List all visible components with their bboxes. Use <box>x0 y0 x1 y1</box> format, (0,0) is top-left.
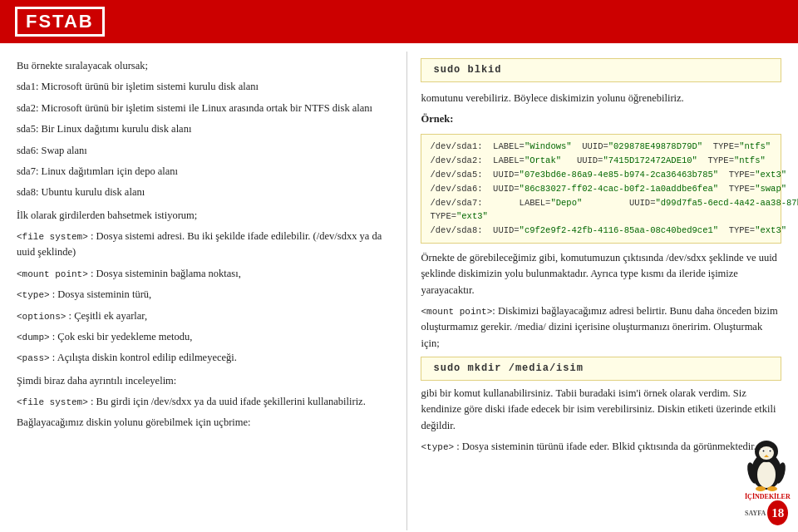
ornekte-text: Örnekte de görebileceğimiz gibi, komutum… <box>421 250 781 298</box>
code-line-1: /dev/sda1: LABEL="Windows" UUID="029878E… <box>430 140 772 154</box>
pass-desc: <pass> : Açılışta diskin kontrol edilip … <box>17 350 390 366</box>
mount-point-desc: <mount point> : Dosya sisteminin bağlama… <box>17 266 390 282</box>
svg-point-7 <box>770 451 771 452</box>
sudo-blkid-box: sudo blkid <box>421 58 781 82</box>
ilk-olarak-text: İlk olarak girdilerden bahsetmek istiyor… <box>17 208 390 224</box>
code-line-3: /dev/sda5: UUID="07e3bd6e-86a9-4e85-b974… <box>430 168 772 182</box>
sda6-text: sda6: Swap alanı <box>17 143 390 159</box>
komutunu-text: komutunu verebiliriz. Böylece diskimizin… <box>421 91 781 106</box>
code-line-5: /dev/sda7: LABEL="Depo" UUID="d99d7fa5-6… <box>430 196 772 210</box>
header: FSTAB <box>0 0 798 43</box>
main-content: Bu örnekte sıralayacak olursak; sda1: Mi… <box>0 43 798 532</box>
svg-point-3 <box>759 446 774 460</box>
sda8-text: sda8: Ubuntu kurulu disk alanı <box>17 185 390 200</box>
code-block: /dev/sda1: LABEL="Windows" UUID="029878E… <box>421 134 781 244</box>
app-title: FSTAB <box>15 7 105 37</box>
sudo-mkdir-box: sudo mkdir /media/isim <box>421 357 781 381</box>
file-system2-desc: <file system> : Bu girdi için /dev/sdxx … <box>17 394 390 410</box>
sda5-text: sda5: Bir Linux dağıtımı kurulu disk ala… <box>17 121 390 137</box>
type-desc-right: <type> : Dosya sisteminin türünü ifade e… <box>421 439 781 455</box>
options-desc: <options> : Çeşitli ek ayarlar, <box>17 308 390 324</box>
gibi-text: gibi bir komut kullanabilirsiniz. Tabii … <box>421 386 781 434</box>
code-line-6: /dev/sda8: UUID="c9f2e9f2-42fb-4116-85aa… <box>430 224 772 238</box>
sudo-blkid-text: sudo blkid <box>433 64 501 76</box>
icindekiler-label: İÇİNDEKİLER <box>745 493 788 500</box>
file-system-desc: <file system> : Dosya sistemi adresi. Bu… <box>17 229 390 261</box>
dump-desc: <dump> : Çok eski bir yedekleme metodu, <box>17 329 390 345</box>
right-column: sudo blkid komutunu verebiliriz. Böylece… <box>407 43 798 532</box>
sda1-text: sda1: Microsoft ürünü bir işletim sistem… <box>17 79 390 95</box>
code-line-5b: TYPE="ext3" <box>430 209 772 224</box>
ornek-label: Örnek: <box>421 111 781 127</box>
sudo-mkdir-text: sudo mkdir /media/isim <box>433 362 583 374</box>
intro-text: Bu örnekte sıralayacak olursak; <box>17 58 390 74</box>
code-line-4: /dev/sda6: UUID="86c83027-ff02-4cac-b0f2… <box>430 182 772 196</box>
page-number-badge: 18 <box>767 500 788 525</box>
tux-penguin-icon <box>745 440 788 491</box>
sayfa-label: SAYFA <box>745 510 766 517</box>
svg-point-1 <box>757 461 776 488</box>
code-line-2: /dev/sda2: LABEL="Ortak" UUID="7415D1724… <box>430 154 772 168</box>
simdi-text: Şimdi biraz daha ayrıntılı inceleyelim: <box>17 373 390 389</box>
sda2-text: sda2: Microsoft ürünü bir işletim sistem… <box>17 101 390 116</box>
sda7-text: sda7: Linux dağıtımları için depo alanı <box>17 164 390 180</box>
footer-area: İÇİNDEKİLER SAYFA 18 <box>745 440 788 525</box>
left-column: Bu örnekte sıralayacak olursak; sda1: Mi… <box>0 43 406 532</box>
svg-point-6 <box>763 451 765 452</box>
baglayacagiz-text: Bağlayacağımız diskin yolunu görebilmek … <box>17 415 390 431</box>
mount-point2-text: <mount point>: Diskimizi bağlayacağımız … <box>421 303 781 352</box>
type-desc: <type> : Dosya sisteminin türü, <box>17 287 390 303</box>
